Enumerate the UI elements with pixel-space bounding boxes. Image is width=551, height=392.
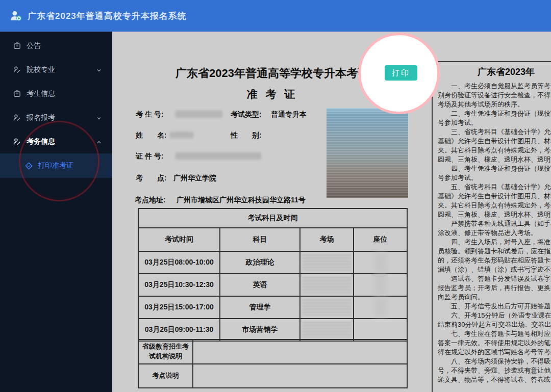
table-row: 03月25日10:30-12:30 英语 bbox=[138, 274, 407, 296]
id-number-label: 证 件 号: bbox=[136, 152, 163, 161]
person-edit-icon bbox=[13, 137, 21, 146]
rule-line: 三、省统考科目《基础会计学》允许 bbox=[438, 127, 551, 137]
sidebar-item-school-majors[interactable]: 院校专业 bbox=[0, 58, 112, 82]
sidebar-item-candidate-info[interactable]: 考生信息 bbox=[0, 82, 112, 106]
site-address-value: 广州市增城区广州华立科技园华立路11号 bbox=[177, 196, 306, 205]
rule-line: 六、开考15分钟后（外语专业课在开 bbox=[438, 311, 551, 320]
redacted-seat bbox=[374, 298, 387, 317]
rule-line: 向监考员询问。 bbox=[438, 293, 551, 302]
rule-line: 二、考生凭准考证和身份证（现役军 bbox=[438, 109, 551, 118]
rule-line: 涂改液、修正带等物品进入考场。 bbox=[438, 228, 551, 238]
exam-time: 03月25日15:00-17:00 bbox=[138, 296, 220, 319]
exam-site-label: 考 点: bbox=[136, 174, 167, 183]
rules-body: 一、考生必须自觉服从监考员等考试工 别身份验证等设备进行安全检查，不得以 考场及… bbox=[438, 82, 551, 384]
exam-schedule-table: 考试科目及时间 考试时间 科目 考场 座位 03月25日08:00-10:00 … bbox=[138, 208, 408, 342]
redacted-room bbox=[303, 277, 352, 293]
gender-label: 性 别: bbox=[231, 131, 262, 140]
app-title: 广东省2023年普通高校专升本报名系统 bbox=[28, 10, 187, 22]
person-edit-icon bbox=[13, 65, 21, 74]
rule-line: 四、考生凭准考证和身份证（现役军 bbox=[438, 164, 551, 173]
sidebar-nav: 公告 院校专业 bbox=[0, 32, 112, 178]
rule-line: 四、考生入场后，对号入座，将准考 bbox=[438, 238, 551, 247]
rule-line: 员核验。领到答题卡和试卷后，应在指定 bbox=[438, 247, 551, 256]
table-caption: 考试科目及时间 bbox=[138, 208, 407, 228]
rule-line: 漏填（涂）、错填（涂）或书写字迹不清 bbox=[438, 265, 551, 274]
col-header-seat: 座位 bbox=[354, 228, 407, 251]
exam-time: 03月25日10:30-12:30 bbox=[138, 274, 220, 296]
table-row: 03月25日15:00-17:00 管理学 bbox=[138, 296, 407, 319]
rule-line: 严禁携带各种无线通讯工具（如手机 bbox=[438, 219, 551, 228]
clipboard-icon bbox=[13, 89, 21, 98]
app-header: 广东省2023年普通高校专升本报名系统 bbox=[0, 0, 551, 32]
exam-subject: 管理学 bbox=[220, 296, 300, 319]
rule-line: 遇试卷、答题卡分发错误及试卷字迹 bbox=[438, 274, 551, 283]
rule-line: 别身份验证等设备进行安全检查，不得以 bbox=[438, 91, 551, 100]
sidebar-item-registration[interactable]: 报名报考 bbox=[0, 106, 112, 129]
redacted-room bbox=[303, 322, 352, 338]
rule-line: 圆规、三角板、橡皮、透明水杯、透明文 bbox=[438, 155, 551, 164]
badge-face-icon bbox=[24, 162, 33, 170]
chevron-down-icon bbox=[96, 67, 102, 73]
redacted-seat bbox=[374, 275, 387, 295]
exam-type-label: 考试类型: bbox=[231, 110, 262, 119]
rule-line: 递文具、物品等，不得将试卷、答卷或草 bbox=[438, 375, 551, 384]
redacted-name bbox=[170, 132, 193, 138]
rule-line: 一、考生必须自觉服从监考员等考试工 bbox=[438, 82, 551, 91]
exam-type-value: 普通专升本 bbox=[271, 110, 307, 119]
exam-time: 03月25日08:00-10:00 bbox=[138, 251, 220, 274]
sidebar-item-label: 报名报考 bbox=[27, 113, 55, 122]
redacted-exam-no bbox=[176, 111, 222, 118]
rule-line: 七、考生应在答题卡与题号相对应的 bbox=[438, 329, 551, 338]
exam-subject: 市场营销学 bbox=[220, 319, 300, 341]
table-row: 03月26日09:00-11:30 市场营销学 bbox=[138, 319, 407, 341]
table-row: 考点说明 bbox=[138, 364, 407, 388]
rule-line: 得在规定以外的区域书写姓名考号等考生 bbox=[438, 348, 551, 357]
redacted-room bbox=[303, 254, 352, 271]
exam-subject: 英语 bbox=[220, 274, 300, 296]
sidebar-item-label: 公告 bbox=[27, 41, 41, 50]
sidebar-subitem-print-ticket[interactable]: 打印准考证 bbox=[0, 153, 112, 178]
redacted-seat bbox=[374, 253, 387, 272]
rule-line: 号参加考试。 bbox=[438, 173, 551, 182]
provincial-note-value bbox=[193, 339, 407, 364]
site-address-label: 考点地址: bbox=[135, 196, 166, 205]
rule-line: 圆规、三角板、橡皮、透明水杯、透明文 bbox=[438, 210, 551, 219]
exam-rules-panel: 广东省2023年 一、考生必须自觉服从监考员等考试工 别身份验证等设备进行安全检… bbox=[432, 61, 551, 392]
candidate-photo bbox=[327, 108, 408, 198]
ticket-subtitle: 准 考 证 bbox=[138, 87, 407, 101]
rule-line: 五、省统考科目《基础会计学》允许 bbox=[438, 182, 551, 192]
chevron-up-icon bbox=[96, 139, 102, 145]
exam-no-label: 考 生 号: bbox=[136, 110, 163, 119]
person-edit-icon bbox=[13, 113, 21, 122]
redacted-id-number bbox=[176, 152, 261, 160]
exam-subject: 政治理论 bbox=[220, 251, 300, 274]
sidebar-item-announcements[interactable]: 公告 bbox=[0, 34, 112, 58]
rule-line: 号参加考试。 bbox=[438, 118, 551, 127]
clipboard-icon bbox=[13, 41, 21, 50]
rule-line: 的，还须将考生条形码贴在相应答题卡右 bbox=[438, 256, 551, 265]
rule-line: 答案一律无效。不得使用规定以外的笔和 bbox=[438, 338, 551, 348]
col-header-subject: 科目 bbox=[220, 228, 300, 251]
sidebar-item-label: 考生信息 bbox=[27, 89, 55, 98]
submenu-item-label: 打印准考证 bbox=[38, 161, 73, 170]
rule-line: 结束前30分钟起方可交卷出场。交卷出场 bbox=[438, 320, 551, 329]
add-user-icon bbox=[9, 9, 22, 22]
table-row: 省级教育招生考试机构说明 bbox=[138, 339, 407, 364]
sidebar: 公告 院校专业 bbox=[0, 32, 112, 392]
rule-line: 夹。其它科目除考点有特殊规定外，考生 bbox=[438, 201, 551, 210]
rule-line: 报告监考员；开考后，再行报告、更换的 bbox=[438, 283, 551, 293]
sidebar-item-label: 院校专业 bbox=[27, 65, 55, 74]
rule-line: 夹。其它科目除考点有特殊规定外，考生 bbox=[438, 146, 551, 155]
site-note-label: 考点说明 bbox=[138, 364, 193, 388]
redacted-room bbox=[303, 299, 352, 316]
print-button[interactable]: 打印 bbox=[385, 65, 417, 81]
site-note-value bbox=[193, 364, 407, 388]
page: 广东省2023年普通高校专升本报名系统 公告 bbox=[0, 0, 551, 392]
rules-title: 广东省2023年 bbox=[478, 65, 551, 79]
notes-table: 省级教育招生考试机构说明 考点说明 bbox=[138, 339, 408, 388]
exam-site-value: 广州华立学院 bbox=[173, 174, 216, 183]
sidebar-item-exam-affairs[interactable]: 考务信息 bbox=[0, 129, 112, 153]
rule-line: 考场及其他考试场所的秩序。 bbox=[438, 100, 551, 109]
table-row: 03月25日08:00-10:00 政治理论 bbox=[138, 251, 407, 274]
rule-line: 八、在考场内须保持安静，不得吸烟 bbox=[438, 357, 551, 366]
